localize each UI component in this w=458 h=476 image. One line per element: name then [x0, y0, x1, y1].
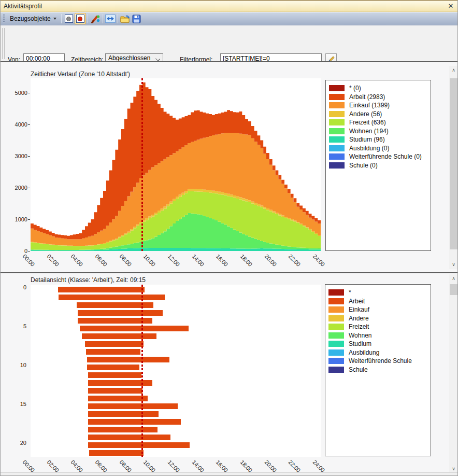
- legend-entry: Schule (0): [326, 161, 431, 170]
- legend-swatch: [329, 136, 345, 143]
- legend-entry: Studium (96): [326, 135, 431, 144]
- close-icon[interactable]: ✕: [447, 2, 455, 10]
- legend-label: Studium: [349, 340, 371, 347]
- legend-entry: Andere: [325, 314, 431, 323]
- legend-swatch: [329, 94, 345, 100]
- y-tick-mark: [28, 219, 30, 220]
- legend-swatch: [329, 162, 345, 169]
- legend-entry: Andere (56): [326, 110, 431, 119]
- legend-entry: Weiterführende Schule: [325, 357, 431, 366]
- toolbar-separator: [88, 14, 88, 23]
- legend-entry: *: [325, 288, 431, 297]
- legend-entry: Ausbildung (0): [326, 144, 431, 153]
- activity-bar: [87, 365, 139, 370]
- legend-label: Weiterführende Schule (0): [349, 153, 422, 160]
- x-tick-label: 18:00: [239, 253, 254, 268]
- legend-label: Einkauf (1399): [349, 102, 390, 109]
- zeitbereich-value: Abgeschlossen: [108, 54, 150, 62]
- activity-bar: [88, 435, 170, 440]
- legend-label: Weiterführende Schule: [349, 357, 412, 365]
- x-tick-label: 24:00: [312, 459, 326, 473]
- legend-label: * (0): [349, 85, 361, 92]
- parameter-panel: Von: Bis: Zeitbereich: Abgeschlossen Auf…: [1, 26, 458, 61]
- x-tick-label: 02:00: [46, 459, 60, 473]
- legend-label: Arbeit (2983): [349, 93, 385, 101]
- y-tick-mark: [28, 124, 30, 125]
- legend-label: Freizeit (636): [349, 119, 386, 126]
- y-tick-label: 0: [6, 284, 26, 290]
- activity-bar: [88, 419, 181, 425]
- legend-label: Arbeit: [349, 298, 365, 305]
- time-marker-line: [141, 285, 143, 457]
- activity-bar: [59, 295, 164, 300]
- activity-bar: [88, 372, 141, 378]
- timeline-legend: * (0)Arbeit (2983)Einkauf (1399)Andere (…: [325, 80, 431, 251]
- chart-title: Zeitlicher Verlauf (Zone '10 Altstadt'): [31, 71, 130, 78]
- legend-label: Studium (96): [349, 136, 385, 143]
- legend-label: Ausbildung: [349, 349, 379, 356]
- open-button[interactable]: [120, 13, 131, 24]
- timeline-chart-plot[interactable]: [31, 78, 321, 251]
- y-tick-label: 10: [6, 362, 26, 368]
- legend-swatch: [328, 358, 344, 364]
- legend-swatch: [328, 289, 344, 296]
- vertical-scrollbar: ∧ ∨: [449, 274, 458, 473]
- window-title: Aktivitätsprofil: [4, 3, 42, 10]
- legend-swatch: [328, 298, 344, 304]
- record-red-button[interactable]: [75, 13, 86, 24]
- title-bar[interactable]: Aktivitätsprofil ✕: [1, 1, 458, 12]
- x-tick-label: 04:00: [70, 253, 84, 268]
- y-tick-label: 5: [6, 323, 26, 329]
- legend-entry: Einkauf: [325, 305, 431, 314]
- scroll-up-arrow[interactable]: ∧: [449, 274, 458, 283]
- detail-chart-plot[interactable]: [31, 285, 321, 457]
- legend-swatch: [328, 349, 344, 356]
- scrollbar-thumb[interactable]: [450, 284, 457, 295]
- legend-entry: Freizeit: [325, 323, 431, 331]
- legend-entry: Schule: [325, 366, 431, 374]
- y-tick-label: 2000: [6, 185, 27, 191]
- x-tick-label: 12:00: [167, 253, 181, 268]
- x-tick-label: 00:00: [22, 459, 36, 473]
- timeline-chart-panel: Zeitlicher Verlauf (Zone '10 Altstadt') …: [1, 62, 458, 272]
- toolbar-grip[interactable]: [3, 15, 5, 23]
- activity-bar: [88, 403, 178, 409]
- x-tick-label: 16:00: [215, 253, 230, 268]
- legend-swatch: [328, 324, 344, 330]
- scroll-down-arrow[interactable]: ∨: [449, 260, 458, 269]
- toolbar-separator: [118, 14, 118, 23]
- legend-label: Andere: [349, 315, 369, 322]
- legend-label: Schule: [349, 366, 368, 373]
- chevron-down-icon: [53, 18, 56, 20]
- bezugsobjekte-dropdown[interactable]: Bezugsobjekte: [7, 14, 60, 23]
- open-folder-icon: [120, 15, 131, 23]
- legend-swatch: [329, 85, 345, 91]
- legend-swatch: [329, 145, 345, 151]
- activity-bar: [86, 349, 140, 355]
- legend-entry: Wohnen (194): [326, 127, 431, 136]
- chevron-down-icon: [155, 57, 160, 61]
- scrollbar-thumb[interactable]: [450, 78, 457, 249]
- x-tick-label: 06:00: [94, 459, 109, 473]
- x-tick-label: 00:00: [22, 253, 36, 268]
- panel-grip[interactable]: [2, 28, 5, 59]
- fit-width-button[interactable]: [105, 13, 116, 24]
- chart-title: Detailansicht (Klasse: 'Arbeit'), Zeit: …: [31, 276, 146, 284]
- vertical-scrollbar: ∧ ∨: [449, 66, 458, 269]
- activity-bar: [82, 333, 156, 339]
- activity-bar: [88, 442, 190, 448]
- legend-entry: Ausbildung: [325, 348, 431, 357]
- record-gray-button[interactable]: [63, 13, 75, 24]
- legend-entry: * (0): [326, 84, 431, 93]
- style-brush-button[interactable]: [90, 13, 101, 24]
- activity-bar: [88, 411, 159, 417]
- y-tick-label: 5000: [6, 90, 27, 96]
- scroll-up-arrow[interactable]: ∧: [449, 66, 458, 75]
- y-tick-label: 3000: [6, 153, 27, 159]
- save-button[interactable]: [131, 13, 142, 24]
- x-tick-label: 18:00: [239, 459, 254, 473]
- x-tick-label: 08:00: [118, 459, 133, 473]
- x-tick-label: 22:00: [288, 253, 302, 268]
- activity-bar: [80, 326, 189, 331]
- legend-swatch: [328, 306, 344, 313]
